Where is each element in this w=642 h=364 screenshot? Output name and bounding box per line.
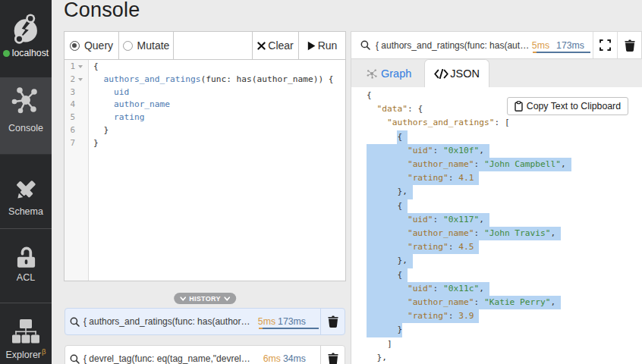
json-string-token: "0x117" — [443, 215, 479, 224]
text-selection: "uid": "0x11c", — [367, 282, 489, 296]
clear-button[interactable]: Clear — [253, 32, 299, 59]
history-entry[interactable]: { authors_and_ratings(func: has(author… … — [65, 308, 345, 335]
json-view[interactable]: { "data": { "authors_and_ratings": [ { "… — [351, 87, 642, 364]
graphql-field-token: authors_and_ratings — [103, 74, 200, 84]
code-line: author_name — [93, 99, 334, 111]
acl-unlock-glyph — [16, 246, 36, 268]
json-line: { — [367, 130, 642, 144]
json-string-token: "John Travis" — [484, 228, 551, 238]
fullscreen-button[interactable] — [593, 32, 617, 58]
text-selection: "author_name": "John Campbell", — [367, 158, 571, 171]
tab-label: Graph — [381, 67, 411, 80]
delete-history-button[interactable] — [321, 346, 345, 364]
radio-unselected-icon — [123, 41, 133, 51]
editor-gutter: 1234567 — [65, 60, 89, 281]
json-key-token: "rating" — [408, 311, 448, 321]
json-line: "uid": "0x117", — [367, 213, 642, 227]
json-key-token: "uid" — [408, 215, 433, 224]
server-status[interactable]: localhost — [0, 48, 52, 58]
gutter-row: 6 — [65, 124, 88, 137]
graphql-field-token: author_name — [114, 99, 170, 109]
sidebar-item-explorer[interactable]: Explorerβ — [0, 303, 52, 364]
tab-json[interactable]: JSON — [424, 59, 489, 87]
sidebar-item-acl[interactable]: ACL — [0, 228, 52, 303]
json-line: "rating": 4.5 — [367, 240, 642, 254]
query-mode-button[interactable]: Query — [65, 32, 119, 59]
json-key-token: "uid" — [408, 146, 433, 155]
explorer-sitemap-glyph — [12, 319, 39, 344]
fold-arrow-icon[interactable] — [75, 65, 86, 68]
code-line: rating — [93, 111, 334, 124]
frame-query-text[interactable]: { authors_and_ratings(func: has(aut… — [376, 40, 531, 51]
fold-triangle — [78, 78, 83, 81]
latency-badge: 5ms173ms — [532, 40, 590, 51]
run-label: Run — [318, 39, 338, 52]
gutter-row: 1 — [65, 61, 88, 74]
delete-history-button[interactable] — [321, 309, 345, 334]
chevron-down-icon — [224, 297, 230, 301]
json-line: }, — [367, 254, 642, 268]
gutter-row: 7 — [65, 137, 88, 150]
graphql-field-token: uid — [114, 87, 129, 97]
json-key-token: "author_name" — [408, 297, 474, 307]
json-line: "rating": 4.1 — [367, 171, 642, 185]
json-code: { "data": { "authors_and_ratings": [ { "… — [351, 87, 642, 364]
tab-graph[interactable]: Graph — [357, 59, 420, 87]
json-string-token: "0x10f" — [443, 146, 479, 155]
graphql-field-token: rating — [114, 112, 144, 122]
json-line: "authors_and_ratings": [ — [367, 116, 642, 130]
query-editor[interactable]: 1234567 { authors_and_ratings(func: has(… — [65, 60, 345, 281]
json-string-token: "0x11c" — [443, 284, 479, 293]
text-selection: } — [367, 323, 402, 337]
json-key-token: "data" — [376, 104, 407, 114]
console-graph-glyph — [10, 85, 42, 117]
search-glyph — [70, 354, 80, 364]
sidebar-item-label: ACL — [17, 272, 35, 283]
copy-to-clipboard-button[interactable]: Copy Text to Clipboard — [507, 97, 628, 115]
json-line: "author_name": "Katie Perry", — [367, 296, 642, 309]
fold-triangle — [78, 65, 83, 68]
query-mutate-toolbar: Query Mutate Clear Run — [65, 32, 345, 60]
server-latency: 6ms — [263, 353, 281, 364]
beta-badge: β — [42, 347, 46, 356]
dgraph-logo-icon — [8, 8, 45, 46]
text-selection: { — [367, 268, 408, 282]
run-button[interactable]: Run — [299, 32, 345, 59]
json-line: "author_name": "John Travis", — [367, 227, 642, 240]
text-selection: { — [367, 199, 408, 213]
network-latency: 173ms — [556, 40, 584, 51]
latency-badge: 5ms173ms — [258, 316, 319, 327]
code-line: } — [93, 124, 334, 137]
mutate-label: Mutate — [137, 39, 170, 52]
text-selection: "uid": "0x10f", — [367, 144, 489, 158]
json-key-token: "rating" — [408, 242, 448, 252]
json-number-token: 4.5 — [458, 242, 474, 252]
mutate-mode-button[interactable]: Mutate — [119, 32, 174, 59]
text-selection: "author_name": "John Travis", — [367, 227, 561, 240]
json-line: "author_name": "John Campbell", — [367, 158, 642, 171]
search-icon — [360, 40, 370, 50]
sidebar-item-console[interactable]: Console — [0, 77, 52, 154]
line-number: 5 — [65, 111, 75, 124]
fold-arrow-icon[interactable] — [75, 78, 86, 81]
line-number: 7 — [65, 137, 75, 150]
chevron-down-icon — [180, 297, 186, 301]
code-icon — [434, 69, 448, 79]
run-play-icon — [307, 41, 316, 51]
sidebar-item-schema[interactable]: Schema — [0, 154, 52, 228]
history-query-text: { devrel_tag(func: eq(tag_name,"devrel… — [83, 353, 262, 364]
json-line: { — [367, 199, 642, 213]
json-string-token: "Katie Perry" — [484, 297, 551, 307]
copy-button-label: Copy Text to Clipboard — [527, 101, 621, 111]
sidebar: localhost Console — [0, 0, 52, 364]
server-name: localhost — [12, 48, 49, 58]
history-entry[interactable]: { devrel_tag(func: eq(tag_name,"devrel… … — [65, 345, 345, 364]
search-glyph — [360, 40, 370, 50]
delete-frame-button[interactable] — [617, 32, 641, 58]
line-number: 4 — [65, 99, 75, 111]
history-toggle[interactable]: HISTORY — [174, 293, 236, 304]
editor-code: { authors_and_ratings(func: has(author_n… — [89, 60, 334, 281]
line-number: 3 — [65, 86, 75, 99]
text-selection: "rating": 3.9 — [367, 309, 479, 323]
code-line: } — [93, 137, 334, 150]
